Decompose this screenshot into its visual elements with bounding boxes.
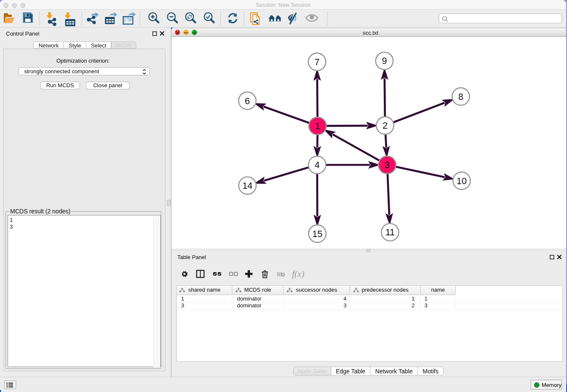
svg-text:10: 10 <box>457 176 467 186</box>
svg-text:3: 3 <box>385 160 390 170</box>
svg-text:4: 4 <box>315 160 320 170</box>
svg-text:15: 15 <box>312 229 322 239</box>
svg-text:14: 14 <box>242 181 253 191</box>
svg-text:11: 11 <box>385 227 395 237</box>
svg-text:1: 1 <box>315 121 320 131</box>
svg-text:8: 8 <box>458 92 463 102</box>
svg-text:2: 2 <box>383 121 388 131</box>
svg-text:9: 9 <box>382 56 387 66</box>
svg-text:7: 7 <box>314 57 319 67</box>
svg-text:6: 6 <box>245 96 250 106</box>
